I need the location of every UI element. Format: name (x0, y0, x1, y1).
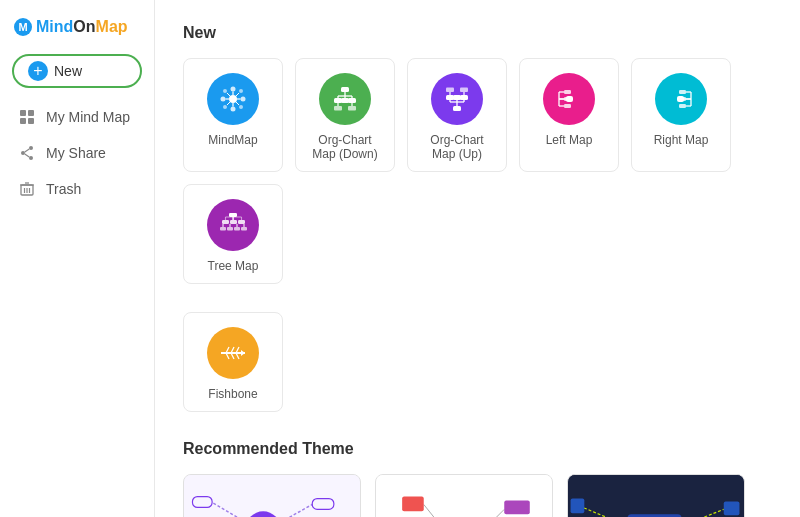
map-card-mindmap[interactable]: MindMap (183, 58, 283, 172)
logo-text-on: On (73, 18, 95, 35)
theme-card-colorful[interactable] (375, 474, 553, 517)
svg-point-17 (229, 95, 237, 103)
left-map-label: Left Map (546, 133, 593, 147)
svg-line-32 (227, 102, 230, 105)
right-map-label: Right Map (654, 133, 709, 147)
theme-card-light-purple[interactable] (183, 474, 361, 517)
left-map-icon (543, 73, 595, 125)
logo-text-mind: Mind (36, 18, 73, 35)
svg-rect-53 (460, 95, 468, 100)
sidebar-label-trash: Trash (46, 181, 81, 197)
svg-line-31 (236, 93, 239, 96)
svg-rect-68 (564, 104, 571, 108)
recommended-theme-title: Recommended Theme (183, 440, 772, 458)
svg-rect-42 (348, 98, 356, 103)
svg-rect-41 (341, 98, 349, 103)
svg-rect-47 (446, 88, 454, 93)
theme-card-dark-blue[interactable] (567, 474, 745, 517)
svg-line-9 (25, 149, 29, 152)
svg-rect-87 (220, 227, 226, 231)
right-map-icon (655, 73, 707, 125)
tree-map-label: Tree Map (208, 259, 259, 273)
map-card-fishbone[interactable]: Fishbone (183, 312, 283, 412)
map-card-tree[interactable]: Tree Map (183, 184, 283, 284)
svg-rect-90 (241, 227, 247, 231)
svg-point-24 (223, 105, 227, 109)
org-chart-up-label: Org-Chart Map (Up) (418, 133, 496, 161)
sidebar-item-my-share[interactable]: My Share (0, 136, 154, 170)
svg-point-18 (231, 87, 236, 92)
svg-rect-89 (234, 227, 240, 231)
share-icon (18, 145, 36, 161)
logo-icon: M (14, 18, 32, 36)
svg-rect-127 (402, 497, 424, 512)
svg-point-8 (21, 151, 25, 155)
map-type-grid: MindMap (183, 58, 772, 284)
svg-rect-46 (348, 106, 356, 111)
svg-point-21 (241, 97, 246, 102)
svg-rect-75 (679, 90, 686, 94)
svg-point-6 (29, 146, 33, 150)
main-content: New (155, 0, 800, 517)
new-section-title: New (183, 24, 772, 42)
map-card-org-down[interactable]: Org-Chart Map (Down) (295, 58, 395, 172)
logo-text-map: Map (96, 18, 128, 35)
sidebar-label-my-mind-map: My Mind Map (46, 109, 130, 125)
sidebar: M MindOnMap + New My Mind Map (0, 0, 155, 517)
svg-rect-45 (334, 106, 342, 111)
svg-rect-103 (185, 475, 360, 517)
svg-rect-88 (227, 227, 233, 231)
sidebar-nav: My Mind Map My Share (0, 96, 154, 210)
svg-rect-48 (460, 88, 468, 93)
fishbone-icon (207, 327, 259, 379)
new-plus-icon: + (28, 61, 48, 81)
svg-point-22 (223, 89, 227, 93)
svg-rect-76 (679, 97, 686, 101)
svg-rect-3 (28, 110, 34, 116)
svg-rect-5 (28, 118, 34, 124)
svg-line-33 (236, 102, 239, 105)
svg-rect-130 (504, 501, 530, 515)
svg-point-25 (239, 105, 243, 109)
sidebar-label-my-share: My Share (46, 145, 106, 161)
map-card-right[interactable]: Right Map (631, 58, 731, 172)
map-card-left[interactable]: Left Map (519, 58, 619, 172)
svg-rect-52 (453, 95, 461, 100)
svg-rect-40 (334, 98, 342, 103)
svg-rect-143 (571, 499, 585, 514)
svg-rect-77 (679, 104, 686, 108)
logo: M MindOnMap (0, 10, 154, 50)
sidebar-item-trash[interactable]: Trash (0, 172, 154, 206)
svg-rect-80 (222, 220, 229, 224)
tree-map-icon (207, 199, 259, 251)
svg-rect-59 (453, 106, 461, 111)
org-chart-up-icon (431, 73, 483, 125)
svg-rect-2 (20, 110, 26, 116)
svg-rect-78 (229, 213, 237, 217)
new-button-label: New (54, 63, 82, 79)
svg-rect-135 (569, 475, 744, 517)
fishbone-label: Fishbone (208, 387, 257, 401)
svg-point-7 (29, 156, 33, 160)
svg-rect-51 (446, 95, 454, 100)
svg-rect-4 (20, 118, 26, 124)
svg-point-20 (221, 97, 226, 102)
svg-line-30 (227, 93, 230, 96)
org-chart-down-label: Org-Chart Map (Down) (306, 133, 384, 161)
svg-rect-34 (341, 87, 349, 92)
svg-rect-67 (564, 97, 571, 101)
map-card-org-up[interactable]: Org-Chart Map (Up) (407, 58, 507, 172)
svg-point-19 (231, 107, 236, 112)
org-chart-down-icon (319, 73, 371, 125)
sidebar-item-my-mind-map[interactable]: My Mind Map (0, 100, 154, 134)
mindmap-label: MindMap (208, 133, 257, 147)
svg-line-10 (25, 154, 29, 157)
svg-rect-66 (564, 90, 571, 94)
trash-icon (18, 181, 36, 197)
new-button[interactable]: + New (12, 54, 142, 88)
svg-rect-82 (238, 220, 245, 224)
svg-rect-146 (724, 502, 740, 516)
svg-point-23 (239, 89, 243, 93)
svg-marker-96 (241, 350, 245, 356)
grid-icon (18, 109, 36, 125)
